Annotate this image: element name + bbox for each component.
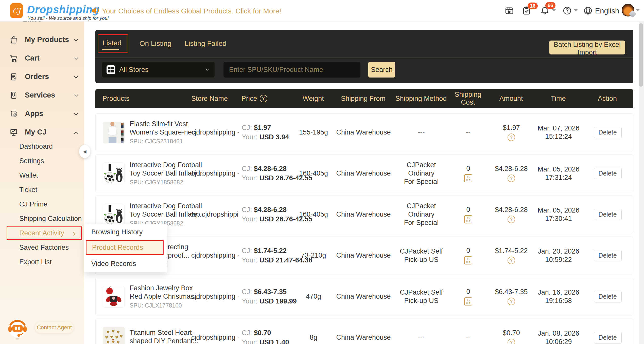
shipping-method-value: CJPacket OrdinaryFor Special [393,161,449,186]
product-image[interactable] [103,122,125,143]
sidebar-item-services[interactable]: Services [0,86,84,104]
product-cell[interactable]: Fashion Jewelry Box Red Apple Christmas.… [96,284,190,309]
tab-on-listing[interactable]: On Listing [140,40,171,48]
amount-help-icon[interactable]: ? [508,257,515,264]
price-help-icon[interactable]: ? [260,95,267,102]
column-header-products: Products [95,95,190,103]
services-icon [9,91,18,100]
search-button[interactable]: Search [368,62,395,78]
product-image[interactable]: ♥♥♥♥♥♥♥♥♥♥♥♥ [103,327,125,344]
cj-price-label: CJ: [242,288,252,296]
cj-price-label: CJ: [242,329,252,337]
sidebar-item-dashboard[interactable]: Dashboard [0,139,84,154]
sidebar-item-saved-factories[interactable]: Saved Factories [0,240,84,255]
shipping-from-value: China Warehouse [334,251,393,260]
language-selector[interactable]: English [595,7,619,15]
bell-caret-icon[interactable] [552,9,556,11]
amount-cell: $6.43-7.35 ? [487,288,535,305]
contact-agent-button[interactable]: Contact Agent [35,322,74,333]
delete-button[interactable]: Delete [594,209,622,220]
active-tab-underline [102,49,119,50]
product-title-line2: Women's Square-nec... [130,128,201,137]
calculator-icon[interactable]: + -× = [464,297,472,305]
your-price-label: Your: [242,215,257,223]
product-spu: SPU: CJCS2318461 [130,138,201,145]
shipping-method-value: --- [393,333,449,342]
shipping-method-value: CJPacket OrdinaryFor Special [393,202,449,227]
avatar-caret-icon[interactable] [636,9,640,11]
column-header-price: Price? [238,95,293,103]
svg-text:♥: ♥ [120,334,123,338]
amount-cell: $1.74-5.22 ? [487,247,535,264]
video-tutorials-icon[interactable] [504,6,514,16]
product-image[interactable] [103,286,125,308]
amount-help-icon[interactable]: ? [508,339,515,344]
your-price-label: Your: [242,338,257,344]
delete-button[interactable]: Delete [594,291,622,302]
delete-button[interactable]: Delete [594,127,622,138]
delete-button[interactable]: Delete [594,332,622,343]
action-cell: Delete [582,332,634,343]
calculator-icon[interactable]: + -× = [464,174,472,182]
page: CJ Dropshipping You sell - We source and… [0,0,644,344]
your-price-value: USD 3.94 [259,133,289,141]
submenu-item-browsing-history[interactable]: Browsing History [84,224,167,240]
product-title-line2: Red Apple Christmas... [130,292,200,301]
product-cell[interactable]: Elastic Slim-fit Vest Women's Square-nec… [96,120,190,145]
search-input[interactable] [223,62,360,78]
sidebar-item-apps[interactable]: Apps [0,104,84,123]
your-price-label: Your: [242,256,257,264]
product-title: Titanium Steel Heart- [130,329,198,337]
announcement-banner[interactable]: Your Choices of Endless Global Products.… [102,7,281,15]
sidebar-item-ticket[interactable]: Ticket [0,183,84,197]
tab-listed[interactable]: Listed [98,34,128,53]
sidebar-item-cart[interactable]: Cart [0,49,84,67]
chevron-down-icon [73,111,79,117]
submenu-item-video-records[interactable]: Video Records [84,256,167,272]
sidebar-item-export-list[interactable]: Export List [0,255,84,269]
sidebar-item-orders[interactable]: Orders [0,67,84,86]
help-icon[interactable] [562,6,572,16]
sidebar-item-likes-partial[interactable]: Likes [23,21,42,24]
calculator-icon[interactable]: + -× = [464,215,472,223]
product-title-line2: rproof... [166,251,189,260]
amount-help-icon[interactable]: ? [508,175,515,182]
chevron-down-icon [73,74,79,80]
sidebar-item-wallet[interactable]: Wallet [0,168,84,183]
sidebar-item-my-cj[interactable]: My CJ [0,123,84,141]
logo-monogram: CJ [12,7,21,15]
globe-icon[interactable] [583,6,593,16]
amount-value: $0.70 [503,329,520,337]
delete-button[interactable]: Delete [594,168,622,179]
sidebar-item-shipping-calculation[interactable]: Shipping Calculation [0,212,84,226]
sidebar-item-recent-activity[interactable]: Recent Activity [0,226,84,240]
store-select[interactable]: All Stores [102,62,215,78]
product-cell[interactable]: Interactive Dog Football Toy Soccer Ball… [96,161,190,186]
time-cell: Jan. 08, 202610:06:29 [535,329,582,344]
weight-value: 160-405g [293,169,334,178]
product-image[interactable] [103,204,125,225]
help-caret-icon[interactable] [574,9,578,11]
amount-cell: $1.97 ? [487,124,535,141]
amount-help-icon[interactable]: ? [508,216,515,223]
scrollbar-thumb[interactable] [639,23,643,87]
product-cell[interactable]: ♥♥♥♥♥♥♥♥♥♥♥♥ Titanium Steel Heart- shape… [96,327,190,344]
sidebar-item-settings[interactable]: Settings [0,154,84,168]
submenu-item-product-records[interactable]: Product Records [86,240,164,255]
your-price-label: Your: [242,174,257,182]
amount-help-icon[interactable]: ? [508,298,515,305]
contact-agent-robot-icon[interactable] [7,318,28,340]
sidebar-collapse-handle[interactable]: ◀ [79,145,90,158]
cj-logo[interactable]: CJ [10,3,23,18]
product-cell[interactable]: Interactive Dog Football Toy Soccer Ball… [96,202,190,227]
sidebar-item-my-products[interactable]: My Products [0,30,84,49]
sidebar-item-cj-prime[interactable]: CJ Prime [0,197,84,212]
amount-help-icon[interactable]: ? [508,133,515,141]
chevron-down-icon [73,55,79,61]
batch-listing-button[interactable]: Batch Listing by Excel Import [549,41,625,54]
calculator-icon[interactable]: + -× = [464,256,472,264]
product-image[interactable] [103,163,125,184]
scrollbar-track[interactable] [639,21,644,344]
tab-listing-failed[interactable]: Listing Failed [185,40,227,48]
delete-button[interactable]: Delete [594,250,622,261]
